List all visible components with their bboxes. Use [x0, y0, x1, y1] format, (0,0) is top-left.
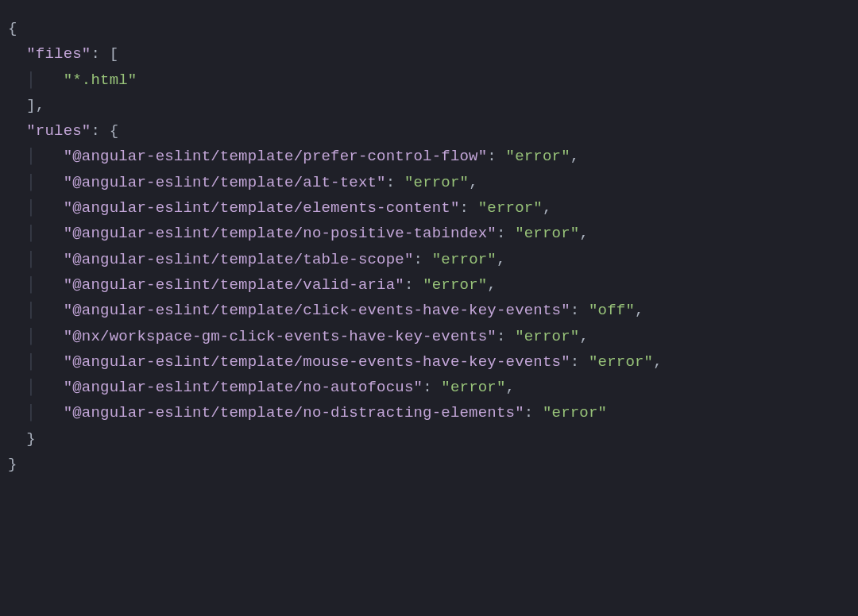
json-string: "error" [589, 353, 653, 371]
json-string: "error" [404, 174, 469, 191]
json-key-files: "files" [26, 45, 91, 63]
json-string: "error" [432, 251, 497, 268]
code-line: │ "@angular-eslint/template/alt-text": "… [8, 170, 850, 195]
code-line: │ "@angular-eslint/template/table-scope"… [8, 247, 850, 272]
punct-open-brace: { [110, 122, 119, 140]
code-line: │ "@angular-eslint/template/valid-aria":… [8, 272, 850, 298]
json-string: "error" [506, 148, 570, 165]
json-string: "error" [423, 276, 487, 294]
json-key: "@angular-eslint/template/prefer-control… [64, 148, 488, 165]
punct-open-bracket: [ [110, 45, 119, 63]
json-string: "off" [589, 302, 635, 319]
json-string: "*.html" [64, 71, 137, 89]
json-key: "@angular-eslint/template/alt-text" [64, 174, 386, 191]
code-line: { [8, 16, 850, 41]
punct-close-brace: } [26, 430, 36, 448]
json-key: "@angular-eslint/template/no-autofocus" [64, 379, 423, 396]
code-line: ], [8, 93, 850, 118]
json-key: "@angular-eslint/template/click-events-h… [64, 302, 570, 319]
code-line: } [8, 426, 850, 452]
json-key: "@angular-eslint/template/mouse-events-h… [64, 353, 570, 371]
json-key: "@angular-eslint/template/table-scope" [64, 251, 414, 268]
code-line: │ "*.html" [8, 67, 850, 93]
code-line: │ "@angular-eslint/template/no-autofocus… [8, 375, 850, 400]
code-line: │ "@nx/workspace-gm-click-events-have-ke… [8, 324, 850, 349]
json-key: "@angular-eslint/template/elements-conte… [64, 199, 460, 217]
punct-close-bracket: ], [26, 97, 44, 114]
json-string: "error" [441, 379, 505, 396]
json-string: "error" [543, 404, 607, 422]
code-container: { "files": [ │ "*.html" ], "rules": { │ … [8, 16, 850, 477]
code-line: "files": [ [8, 41, 850, 67]
code-line: │ "@angular-eslint/template/mouse-events… [8, 349, 850, 375]
json-key: "@nx/workspace-gm-click-events-have-key-… [64, 328, 497, 345]
json-string: "error" [515, 328, 579, 345]
code-line: "rules": { [8, 118, 850, 144]
json-string: "error" [515, 225, 579, 242]
json-key-rules: "rules" [26, 122, 91, 140]
json-string: "error" [478, 199, 543, 217]
code-line: │ "@angular-eslint/template/elements-con… [8, 195, 850, 221]
punct-open-brace: { [8, 20, 17, 37]
json-key: "@angular-eslint/template/no-positive-ta… [64, 225, 497, 242]
punct-close-brace: } [8, 456, 17, 473]
code-line: │ "@angular-eslint/template/click-events… [8, 298, 850, 323]
json-key: "@angular-eslint/template/valid-aria" [64, 276, 404, 294]
code-line: │ "@angular-eslint/template/no-distracti… [8, 400, 850, 425]
code-line: │ "@angular-eslint/template/no-positive-… [8, 221, 850, 246]
code-line: } [8, 452, 850, 477]
code-line: │ "@angular-eslint/template/prefer-contr… [8, 144, 850, 169]
json-key: "@angular-eslint/template/no-distracting… [64, 404, 524, 422]
